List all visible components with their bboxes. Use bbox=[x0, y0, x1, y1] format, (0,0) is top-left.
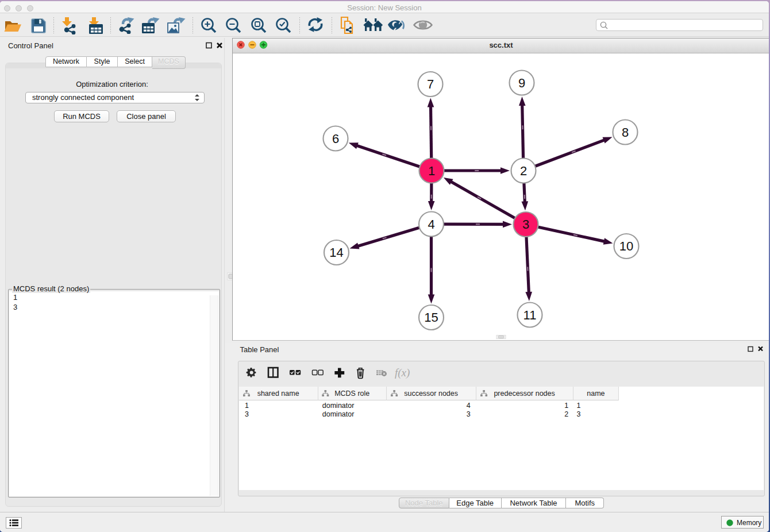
svg-text:9: 9 bbox=[518, 76, 525, 90]
svg-text:2: 2 bbox=[520, 164, 527, 178]
svg-text:11: 11 bbox=[523, 308, 537, 322]
svg-text:4: 4 bbox=[428, 217, 434, 232]
svg-text:14: 14 bbox=[329, 245, 343, 260]
svg-text:7: 7 bbox=[427, 77, 434, 91]
svg-text:10: 10 bbox=[619, 239, 633, 253]
svg-text:8: 8 bbox=[622, 125, 629, 140]
svg-text:15: 15 bbox=[424, 310, 438, 325]
svg-text:1: 1 bbox=[428, 164, 435, 178]
svg-text:f(x): f(x) bbox=[395, 367, 410, 379]
svg-text:3: 3 bbox=[522, 217, 529, 232]
svg-text:6: 6 bbox=[332, 132, 339, 146]
